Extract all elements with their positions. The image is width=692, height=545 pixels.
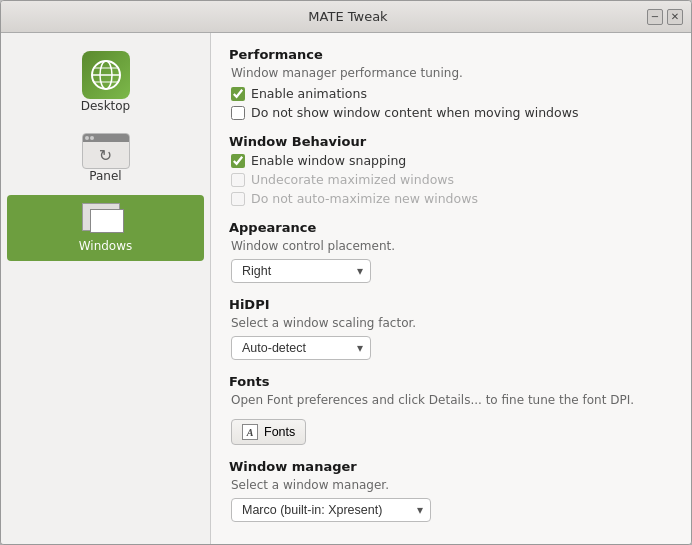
- panel-refresh-area: ↻: [83, 142, 129, 168]
- wm-dropdown-container: Marco (built-in: Xpresent) Marco (built-…: [231, 498, 431, 522]
- sidebar: Desktop ↻ Panel: [1, 33, 211, 544]
- titlebar: MATE Tweak − ✕: [1, 1, 691, 33]
- hidpi-title: HiDPI: [229, 297, 673, 312]
- window-manager-section: Window manager Select a window manager. …: [229, 459, 673, 522]
- fonts-icon: A: [242, 424, 258, 440]
- enable-snapping-label: Enable window snapping: [251, 153, 406, 168]
- no-window-content-label: Do not show window content when moving w…: [251, 105, 578, 120]
- close-button[interactable]: ✕: [667, 9, 683, 25]
- no-auto-maximize-checkbox[interactable]: [231, 192, 245, 206]
- windows-icon: [82, 203, 130, 239]
- performance-title: Performance: [229, 47, 673, 62]
- win-card-front: [90, 209, 124, 233]
- hidpi-desc: Select a window scaling factor.: [229, 316, 673, 330]
- window-behaviour-title: Window Behaviour: [229, 134, 673, 149]
- scaling-dropdown-container: Auto-detect 1x 2x: [231, 336, 371, 360]
- fonts-button-label: Fonts: [264, 425, 295, 439]
- sidebar-item-desktop-label: Desktop: [81, 99, 131, 113]
- appearance-desc: Window control placement.: [229, 239, 673, 253]
- panel-dot-1: [85, 136, 89, 140]
- panel-dot-2: [90, 136, 94, 140]
- main-content: Desktop ↻ Panel: [1, 33, 691, 544]
- sidebar-item-panel[interactable]: ↻ Panel: [7, 125, 204, 191]
- enable-animations-checkbox[interactable]: [231, 87, 245, 101]
- sidebar-item-windows[interactable]: Windows: [7, 195, 204, 261]
- panel-icon-img: ↻: [82, 133, 130, 169]
- scaling-dropdown[interactable]: Auto-detect 1x 2x: [231, 336, 371, 360]
- hidpi-dropdown-wrap: Auto-detect 1x 2x: [231, 336, 673, 360]
- window-manager-dropdown-wrap: Marco (built-in: Xpresent) Marco (built-…: [231, 498, 673, 522]
- window-behaviour-section: Window Behaviour Enable window snapping …: [229, 134, 673, 206]
- sidebar-item-desktop[interactable]: Desktop: [7, 43, 204, 121]
- enable-snapping-row: Enable window snapping: [229, 153, 673, 168]
- undecorate-maximized-label: Undecorate maximized windows: [251, 172, 454, 187]
- minimize-button[interactable]: −: [647, 9, 663, 25]
- appearance-section: Appearance Window control placement. Rig…: [229, 220, 673, 283]
- appearance-dropdown-wrap: Right Left Custom: [231, 259, 673, 283]
- window-manager-title: Window manager: [229, 459, 673, 474]
- performance-desc: Window manager performance tuning.: [229, 66, 673, 80]
- window-manager-desc: Select a window manager.: [229, 478, 673, 492]
- no-window-content-row: Do not show window content when moving w…: [229, 105, 673, 120]
- fonts-desc: Open Font preferences and click Details.…: [229, 393, 673, 407]
- fonts-section: Fonts Open Font preferences and click De…: [229, 374, 673, 445]
- desktop-icon: [82, 51, 130, 99]
- app-window: MATE Tweak − ✕ Deskto: [0, 0, 692, 545]
- enable-animations-row: Enable animations: [229, 86, 673, 101]
- enable-snapping-checkbox[interactable]: [231, 154, 245, 168]
- enable-animations-label: Enable animations: [251, 86, 367, 101]
- wm-dropdown[interactable]: Marco (built-in: Xpresent) Marco (built-…: [231, 498, 431, 522]
- undecorate-maximized-row: Undecorate maximized windows: [229, 172, 673, 187]
- no-auto-maximize-label: Do not auto-maximize new windows: [251, 191, 478, 206]
- sidebar-item-windows-label: Windows: [79, 239, 133, 253]
- panel-icon: ↻: [82, 133, 130, 169]
- fonts-button[interactable]: A Fonts: [231, 419, 306, 445]
- control-placement-dropdown-container: Right Left Custom: [231, 259, 371, 283]
- panel-refresh-icon: ↻: [99, 146, 112, 165]
- sidebar-item-panel-label: Panel: [89, 169, 121, 183]
- no-auto-maximize-row: Do not auto-maximize new windows: [229, 191, 673, 206]
- window-controls: − ✕: [647, 9, 683, 25]
- fonts-title: Fonts: [229, 374, 673, 389]
- main-panel: Performance Window manager performance t…: [211, 33, 691, 544]
- window-title: MATE Tweak: [49, 9, 647, 24]
- control-placement-dropdown[interactable]: Right Left Custom: [231, 259, 371, 283]
- panel-bar: [83, 134, 129, 142]
- hidpi-section: HiDPI Select a window scaling factor. Au…: [229, 297, 673, 360]
- no-window-content-checkbox[interactable]: [231, 106, 245, 120]
- fonts-icon-letter: A: [247, 427, 254, 438]
- appearance-title: Appearance: [229, 220, 673, 235]
- performance-section: Performance Window manager performance t…: [229, 47, 673, 120]
- undecorate-maximized-checkbox[interactable]: [231, 173, 245, 187]
